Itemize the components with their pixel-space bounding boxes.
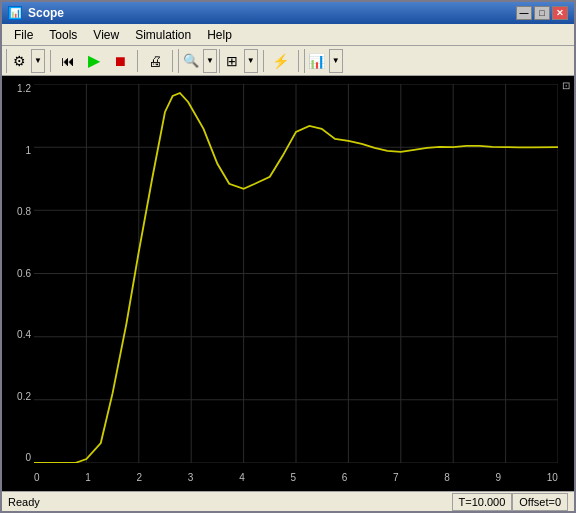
x-label-7: 7	[393, 472, 399, 483]
zoom-fit-arrow: ▼	[244, 50, 257, 72]
plot-container: 1.2 1 0.8 0.6 0.4 0.2 0	[2, 76, 574, 491]
x-label-10: 10	[547, 472, 558, 483]
x-label-5: 5	[290, 472, 296, 483]
minimize-button[interactable]: —	[516, 6, 532, 20]
play-button[interactable]: ▶	[82, 49, 106, 73]
y-axis: 1.2 1 0.8 0.6 0.4 0.2 0	[2, 84, 34, 463]
settings-dropdown[interactable]: ⚙ ▼	[6, 49, 45, 73]
sep4	[263, 50, 264, 72]
rewind-button[interactable]: ⏮	[56, 49, 80, 73]
zoom-in-arrow: ▼	[203, 50, 216, 72]
toolbar: ⚙ ▼ ⏮ ▶ ⏹ 🖨 🔍 ▼ ⊞ ▼ ⚡ 📊 ▼	[2, 46, 574, 76]
y-label-0.6: 0.6	[17, 269, 31, 279]
plot-svg	[34, 84, 558, 463]
y-label-0.8: 0.8	[17, 207, 31, 217]
stop-button[interactable]: ⏹	[108, 49, 132, 73]
status-offset: Offset=0	[512, 493, 568, 511]
menu-bar: File Tools View Simulation Help	[2, 24, 574, 46]
menu-file[interactable]: File	[6, 26, 41, 44]
sep1	[50, 50, 51, 72]
sep2	[137, 50, 138, 72]
settings-arrow: ▼	[31, 50, 44, 72]
x-label-1: 1	[85, 472, 91, 483]
menu-tools[interactable]: Tools	[41, 26, 85, 44]
title-bar-left: 📊 Scope	[8, 6, 64, 20]
menu-help[interactable]: Help	[199, 26, 240, 44]
x-label-4: 4	[239, 472, 245, 483]
plot-expand-icon[interactable]: ⊡	[562, 80, 570, 91]
y-label-0.4: 0.4	[17, 330, 31, 340]
x-label-6: 6	[342, 472, 348, 483]
title-bar: 📊 Scope — □ ✕	[2, 2, 574, 24]
signal-dropdown[interactable]: 📊 ▼	[304, 49, 343, 73]
maximize-button[interactable]: □	[534, 6, 550, 20]
status-time: T=10.000	[452, 493, 513, 511]
window-icon: 📊	[8, 6, 22, 20]
menu-view[interactable]: View	[85, 26, 127, 44]
params-button[interactable]: ⚡	[269, 49, 293, 73]
signal-icon: 📊	[305, 49, 329, 73]
y-label-1.2: 1.2	[17, 84, 31, 94]
close-button[interactable]: ✕	[552, 6, 568, 20]
window-title: Scope	[28, 6, 64, 20]
status-bar: Ready T=10.000 Offset=0	[2, 491, 574, 511]
settings-icon: ⚙	[7, 49, 31, 73]
main-window: 📊 Scope — □ ✕ File Tools View Simulation…	[0, 0, 576, 513]
status-ready: Ready	[8, 496, 40, 508]
y-label-1: 1	[25, 146, 31, 156]
status-right: T=10.000 Offset=0	[452, 493, 568, 511]
menu-simulation[interactable]: Simulation	[127, 26, 199, 44]
zoom-fit-dropdown[interactable]: ⊞ ▼	[219, 49, 258, 73]
sep3	[172, 50, 173, 72]
zoom-in-icon: 🔍	[179, 49, 203, 73]
x-label-8: 8	[444, 472, 450, 483]
sep5	[298, 50, 299, 72]
zoom-fit-icon: ⊞	[220, 49, 244, 73]
x-label-9: 9	[496, 472, 502, 483]
print-button[interactable]: 🖨	[143, 49, 167, 73]
x-label-3: 3	[188, 472, 194, 483]
y-label-0.2: 0.2	[17, 392, 31, 402]
zoom-in-dropdown[interactable]: 🔍 ▼	[178, 49, 217, 73]
x-label-0: 0	[34, 472, 40, 483]
title-bar-buttons: — □ ✕	[516, 6, 568, 20]
signal-arrow: ▼	[329, 50, 342, 72]
x-label-2: 2	[137, 472, 143, 483]
plot-area[interactable]	[34, 84, 558, 463]
y-label-0: 0	[25, 453, 31, 463]
x-axis: 0 1 2 3 4 5 6 7 8 9 10	[34, 467, 558, 487]
